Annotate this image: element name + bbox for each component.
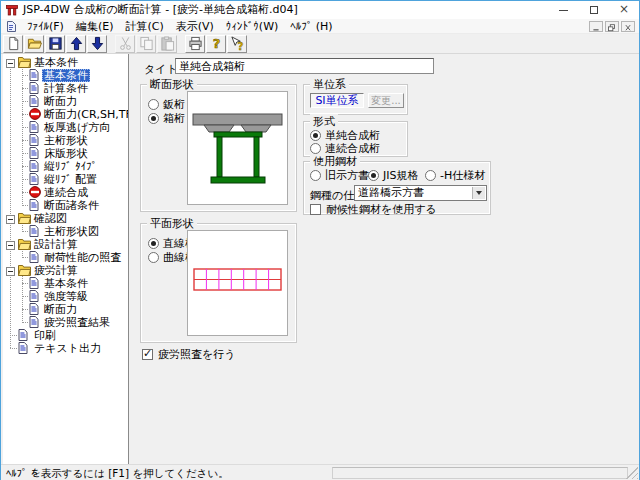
tree-connector-line — [22, 114, 28, 115]
cut-button — [115, 35, 135, 53]
status-message: ﾍﾙﾌﾟ を表示するには [F1] を押してください。 — [6, 466, 229, 480]
tree-expander-collapse[interactable] — [6, 58, 15, 67]
menu-item[interactable]: 編集(E) — [70, 19, 120, 34]
steel-spec-combobox[interactable]: 道路橋示方書 — [354, 185, 487, 201]
radio-label: 旧示方書 — [325, 168, 369, 183]
open-folder-button[interactable] — [24, 35, 44, 53]
tree-item-主桁形状[interactable]: 主桁形状 — [3, 134, 128, 147]
weathering-steel-check[interactable]: 耐候性鋼材を使用する — [310, 203, 437, 216]
tree-expander-collapse[interactable] — [6, 240, 15, 249]
tree-item-疲労計算[interactable]: 疲労計算 — [3, 264, 128, 277]
help-icon: ? — [209, 36, 224, 51]
tree-item-縦ﾘﾌﾞ ﾀｲﾌﾟ[interactable]: 縦ﾘﾌﾞ ﾀｲﾌﾟ — [3, 160, 128, 173]
tree-item-label: 連続合成 — [42, 186, 90, 199]
mdi-restore-icon — [606, 23, 618, 32]
copy-icon — [139, 36, 154, 51]
radio-icon — [148, 252, 159, 263]
mdi-restore-button[interactable] — [605, 21, 619, 32]
menu-item[interactable]: 計算(C) — [119, 19, 169, 34]
new-file-button[interactable] — [3, 35, 23, 53]
tree-expander-collapse[interactable] — [6, 266, 15, 275]
radio-label: JIS規格 — [383, 168, 418, 183]
toolbar-separator — [178, 35, 185, 53]
tree-item-断面力(CR,SH,TF)[interactable]: 断面力(CR,SH,TF) — [3, 108, 128, 121]
title-input[interactable] — [175, 58, 434, 74]
radio-icon — [148, 238, 159, 249]
tree-item-基本条件[interactable]: 基本条件 — [3, 277, 128, 290]
tree-connector-line — [22, 179, 28, 180]
tree-expander-collapse[interactable] — [6, 214, 15, 223]
context-help-icon: ? — [230, 36, 245, 51]
unit-system-group: 単位系 SI単位系 変更... — [303, 84, 408, 115]
tree-item-主桁形状図[interactable]: 主桁形状図 — [3, 225, 128, 238]
tree-item-強度等級[interactable]: 強度等級 — [3, 290, 128, 303]
tree-item-断面諸条件[interactable]: 断面諸条件 — [3, 199, 128, 212]
tree-item-テキスト出力[interactable]: テキスト出力 — [3, 342, 128, 355]
tree-item-計算条件[interactable]: 計算条件 — [3, 82, 128, 95]
fatigue-check[interactable]: 疲労照査を行う — [142, 348, 236, 361]
tree-connector-line — [22, 101, 28, 102]
close-button[interactable]: × — [609, 1, 639, 19]
tree-item-耐荷性能の照査[interactable]: 耐荷性能の照査 — [3, 251, 128, 264]
menu-bar: ﾌｧｲﾙ(F)編集(E)計算(C)表示(V)ｳｨﾝﾄﾞｳ(W)ﾍﾙﾌﾟ (H) — [1, 19, 639, 34]
tree-connector-line — [22, 296, 28, 297]
steel-material-group: 使用鋼材 旧示方書 JIS規格 -H仕様材 鋼種の仕様 道路橋示方書 — [303, 161, 491, 215]
radio-plate-girder[interactable]: 鈑桁 — [148, 98, 185, 111]
window-title: JSP-4DW 合成桁の断面計算 - [疲労-単純合成箱桁.d04] — [23, 1, 298, 19]
combo-dropdown-icon[interactable] — [472, 187, 485, 199]
straight-girder-plan — [188, 231, 287, 335]
save-button[interactable] — [45, 35, 65, 53]
minimize-button[interactable] — [549, 1, 579, 19]
unit-change-button[interactable]: 変更... — [368, 93, 404, 108]
radio-jis-standard[interactable]: JIS規格 — [368, 169, 418, 182]
tree-connector-line — [22, 88, 28, 89]
tree-item-印刷[interactable]: 印刷 — [3, 329, 128, 342]
radio-icon — [148, 99, 159, 110]
move-down-button[interactable] — [87, 35, 107, 53]
radio-label: 箱桁 — [163, 111, 185, 126]
tree-item-設計計算[interactable]: 設計計算 — [3, 238, 128, 251]
tree-item-label: 基本条件 — [42, 277, 90, 290]
radio-h-spec-material[interactable]: -H仕様材 — [425, 169, 485, 182]
tree-connector-line — [22, 127, 28, 128]
tree-item-確認図[interactable]: 確認図 — [3, 212, 128, 225]
menu-item[interactable]: ﾍﾙﾌﾟ (H) — [284, 19, 338, 34]
move-up-button[interactable] — [66, 35, 86, 53]
radio-box-girder[interactable]: 箱桁 — [148, 112, 185, 125]
radio-old-spec[interactable]: 旧示方書 — [310, 169, 369, 182]
menu-item[interactable]: 表示(V) — [170, 19, 220, 34]
radio-icon — [310, 143, 321, 154]
mdi-minimize-button[interactable] — [589, 21, 603, 32]
tree-item-基本条件[interactable]: 基本条件 — [3, 69, 128, 82]
resize-grip[interactable] — [626, 467, 638, 479]
mdi-close-button[interactable] — [621, 21, 635, 32]
steel-material-group-title: 使用鋼材 — [310, 154, 360, 169]
radio-icon — [425, 170, 436, 181]
tree-item-疲労照査結果[interactable]: 疲労照査結果 — [3, 316, 128, 329]
print-button[interactable] — [185, 35, 205, 53]
tree-connector-line — [22, 192, 28, 193]
context-help-button[interactable]: ? — [227, 35, 247, 53]
tree-item-連続合成[interactable]: 連続合成 — [3, 186, 128, 199]
tree-item-label: 確認図 — [32, 212, 69, 225]
status-panel — [332, 467, 628, 479]
minimize-icon — [559, 10, 568, 11]
tree-item-板厚逃げ方向[interactable]: 板厚逃げ方向 — [3, 121, 128, 134]
tree-item-断面力[interactable]: 断面力 — [3, 303, 128, 316]
tree-item-断面力[interactable]: 断面力 — [3, 95, 128, 108]
tree-item-基本条件[interactable]: 基本条件 — [3, 56, 128, 69]
tree-item-label: 縦ﾘﾌﾞ 配置 — [42, 173, 99, 186]
help-button[interactable]: ? — [206, 35, 226, 53]
tree-item-縦ﾘﾌﾞ 配置[interactable]: 縦ﾘﾌﾞ 配置 — [3, 173, 128, 186]
close-icon: × — [609, 2, 639, 16]
checkbox-icon — [142, 349, 153, 360]
new-file-icon — [6, 36, 21, 51]
tree-item-床版形状[interactable]: 床版形状 — [3, 147, 128, 160]
tree-item-label: 断面力(CR,SH,TF) — [42, 108, 128, 121]
move-down-icon — [90, 36, 105, 51]
status-bar: ﾍﾙﾌﾟ を表示するには [F1] を押してください。 — [1, 464, 639, 480]
menu-item[interactable]: ｳｨﾝﾄﾞｳ(W) — [220, 19, 284, 34]
menu-item[interactable]: ﾌｧｲﾙ(F) — [21, 19, 70, 34]
tree-connector-line — [10, 348, 17, 349]
maximize-button[interactable] — [579, 1, 609, 19]
